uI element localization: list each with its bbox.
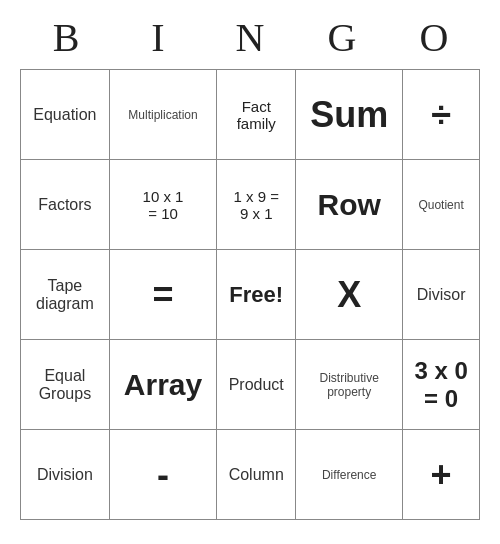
cell-0-0: Equation xyxy=(21,70,110,160)
cell-4-3: Difference xyxy=(296,430,403,520)
cell-4-1: - xyxy=(109,430,217,520)
table-row: Factors10 x 1= 101 x 9 =9 x 1RowQuotient xyxy=(21,160,480,250)
cell-3-1: Array xyxy=(109,340,217,430)
cell-1-2: 1 x 9 =9 x 1 xyxy=(217,160,296,250)
cell-2-0: Tapediagram xyxy=(21,250,110,340)
cell-4-0: Division xyxy=(21,430,110,520)
cell-1-4: Quotient xyxy=(403,160,480,250)
table-row: Division-ColumnDifference+ xyxy=(21,430,480,520)
header-i: I xyxy=(112,10,204,65)
cell-0-3: Sum xyxy=(296,70,403,160)
header-n: N xyxy=(204,10,296,65)
cell-3-0: EqualGroups xyxy=(21,340,110,430)
cell-2-3: X xyxy=(296,250,403,340)
cell-3-4: 3 x 0= 0 xyxy=(403,340,480,430)
header-g: G xyxy=(296,10,388,65)
cell-0-1: Multiplication xyxy=(109,70,217,160)
table-row: EqualGroupsArrayProductDistributiveprope… xyxy=(21,340,480,430)
cell-1-0: Factors xyxy=(21,160,110,250)
cell-4-4: + xyxy=(403,430,480,520)
bingo-grid: EquationMultiplicationFactfamilySum÷Fact… xyxy=(20,69,480,520)
cell-2-2: Free! xyxy=(217,250,296,340)
cell-3-3: Distributiveproperty xyxy=(296,340,403,430)
cell-2-4: Divisor xyxy=(403,250,480,340)
bingo-header: B I N G O xyxy=(20,10,480,65)
cell-1-1: 10 x 1= 10 xyxy=(109,160,217,250)
cell-0-2: Factfamily xyxy=(217,70,296,160)
table-row: Tapediagram=Free!XDivisor xyxy=(21,250,480,340)
table-row: EquationMultiplicationFactfamilySum÷ xyxy=(21,70,480,160)
cell-3-2: Product xyxy=(217,340,296,430)
cell-0-4: ÷ xyxy=(403,70,480,160)
header-b: B xyxy=(20,10,112,65)
cell-1-3: Row xyxy=(296,160,403,250)
header-o: O xyxy=(388,10,480,65)
cell-2-1: = xyxy=(109,250,217,340)
cell-4-2: Column xyxy=(217,430,296,520)
